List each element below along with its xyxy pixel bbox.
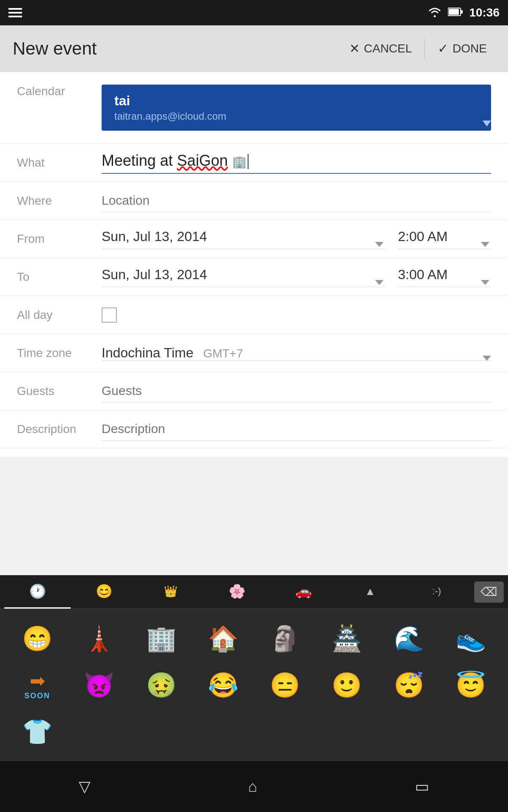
to-time-arrow	[481, 280, 489, 285]
what-text-saigon: SaiGon	[177, 152, 228, 169]
page-title: New event	[13, 38, 97, 59]
emoji-neutral[interactable]: 😑	[256, 664, 314, 706]
to-date-value: Sun, Jul 13, 2014	[102, 267, 207, 282]
emoji-sleepy[interactable]: 😴	[380, 664, 438, 706]
calendar-value[interactable]: tai taitran.apps@icloud.com	[102, 85, 491, 131]
to-time-value: 3:00 AM	[398, 267, 447, 282]
recent-apps-icon: ▭	[415, 778, 429, 795]
emoji-castle[interactable]: 🏯	[318, 617, 375, 660]
back-button[interactable]: ▽	[79, 778, 91, 796]
emoji-water[interactable]: 🌊	[380, 617, 438, 660]
what-row: What Meeting at SaiGon 🏢	[0, 144, 508, 182]
emoji-office[interactable]: 🏢	[133, 617, 190, 660]
clock-display: 10:36	[469, 6, 500, 19]
status-bar: 10:36	[0, 0, 508, 25]
symbols-icon: ▲	[364, 585, 375, 598]
to-row: To Sun, Jul 13, 2014 3:00 AM	[0, 258, 508, 296]
top-bar-actions: ✕ CANCEL ✓ DONE	[341, 37, 496, 60]
from-time-value: 2:00 AM	[398, 229, 447, 244]
emoji-tab-symbols[interactable]: ▲	[337, 575, 403, 609]
to-date[interactable]: Sun, Jul 13, 2014	[102, 267, 385, 287]
calendar-label: Calendar	[17, 85, 102, 98]
emoji-keyboard: 🕐 😊 👑 🌸 🚗 ▲ :-) ⌫ 😁 🗼 🏢 🏠 🗿 🏯	[0, 575, 508, 761]
timezone-gmt: GMT+7	[203, 347, 243, 360]
description-input[interactable]	[102, 417, 491, 441]
back-icon: ▽	[79, 778, 91, 795]
where-value[interactable]	[102, 189, 491, 212]
recent-apps-button[interactable]: ▭	[415, 778, 429, 796]
timezone-arrow	[483, 356, 491, 361]
calendar-email: taitran.apps@icloud.com	[114, 110, 478, 122]
recent-icon: 🕐	[29, 583, 46, 599]
status-bar-right: 10:36	[428, 5, 500, 20]
emoji-tab-smileys[interactable]: 😊	[71, 575, 137, 609]
location-input[interactable]	[102, 189, 491, 212]
from-date-arrow	[375, 242, 384, 247]
done-button[interactable]: ✓ DONE	[429, 37, 495, 60]
calendar-selector[interactable]: tai taitran.apps@icloud.com	[102, 85, 491, 131]
timezone-label: Time zone	[17, 346, 102, 360]
form-area: Calendar tai taitran.apps@icloud.com Wha…	[0, 72, 508, 457]
guests-input[interactable]	[102, 379, 491, 403]
timezone-name: Indochina Time	[102, 345, 193, 360]
emoji-tabs: 🕐 😊 👑 🌸 🚗 ▲ :-) ⌫	[0, 575, 508, 609]
done-label: DONE	[453, 42, 487, 55]
emoji-laugh[interactable]: 😂	[194, 664, 252, 706]
emoji-soon[interactable]: ➡ SOON	[8, 664, 66, 706]
cancel-button[interactable]: ✕ CANCEL	[341, 37, 421, 60]
divider	[425, 38, 425, 59]
battery-icon	[448, 6, 463, 19]
timezone-value[interactable]: Indochina Time GMT+7	[102, 345, 491, 361]
status-bar-left	[8, 8, 22, 17]
cancel-label: CANCEL	[364, 42, 412, 55]
svg-rect-1	[461, 10, 463, 14]
guests-label: Guests	[17, 384, 102, 398]
emoji-sick[interactable]: 🤢	[133, 664, 190, 706]
allday-label: All day	[17, 308, 102, 322]
done-icon: ✓	[438, 41, 448, 56]
guests-value[interactable]	[102, 379, 491, 403]
wifi-icon	[428, 5, 442, 20]
home-icon: ⌂	[248, 778, 257, 795]
what-value: Meeting at SaiGon 🏢	[102, 152, 491, 174]
description-value[interactable]	[102, 417, 491, 441]
emoji-tab-emoticons[interactable]: :-)	[403, 575, 470, 609]
emoji-angel[interactable]: 😇	[442, 664, 500, 706]
emoji-tab-nature[interactable]: 🌸	[204, 575, 270, 609]
home-button[interactable]: ⌂	[248, 778, 257, 796]
emoji-tab-travel[interactable]: 🚗	[271, 575, 337, 609]
to-date-arrow	[375, 280, 384, 285]
emoji-tab-objects[interactable]: 👑	[137, 575, 204, 609]
guests-row: Guests	[0, 372, 508, 410]
emoji-tower[interactable]: 🗼	[70, 617, 128, 660]
to-time[interactable]: 3:00 AM	[398, 267, 491, 287]
allday-row: All day	[0, 296, 508, 334]
where-label: Where	[17, 194, 102, 208]
emoji-grinning[interactable]: 😁	[8, 617, 66, 660]
menu-icon	[8, 8, 22, 17]
emoji-building: 🏢	[232, 155, 247, 168]
from-row: From Sun, Jul 13, 2014 2:00 AM	[0, 220, 508, 258]
emoji-shirt[interactable]: 👕	[8, 710, 66, 753]
emoji-tab-recent[interactable]: 🕐	[4, 575, 71, 609]
cancel-icon: ✕	[349, 41, 360, 56]
allday-checkbox[interactable]	[102, 307, 117, 323]
emoji-smile[interactable]: 🙂	[318, 664, 375, 706]
what-label: What	[17, 156, 102, 170]
from-label: From	[17, 232, 102, 246]
emoji-shoe[interactable]: 👟	[442, 617, 500, 660]
from-date-value: Sun, Jul 13, 2014	[102, 229, 207, 244]
calendar-row: Calendar tai taitran.apps@icloud.com	[0, 72, 508, 144]
emoji-house[interactable]: 🏠	[194, 617, 252, 660]
objects-icon: 👑	[164, 585, 177, 598]
soon-text: SOON	[25, 691, 50, 700]
emoji-grid: 😁 🗼 🏢 🏠 🗿 🏯 🌊 👟 ➡ SOON 👿 🤢 😂 😑 🙂 😴 😇 👕	[0, 609, 508, 761]
timezone-row: Time zone Indochina Time GMT+7	[0, 334, 508, 372]
emoji-devil[interactable]: 👿	[70, 664, 128, 706]
calendar-dropdown-arrow	[483, 121, 491, 126]
nature-icon: 🌸	[229, 583, 246, 599]
emoji-moai[interactable]: 🗿	[256, 617, 314, 660]
from-date[interactable]: Sun, Jul 13, 2014	[102, 229, 385, 249]
emoji-delete-button[interactable]: ⌫	[474, 582, 504, 603]
from-time[interactable]: 2:00 AM	[398, 229, 491, 249]
